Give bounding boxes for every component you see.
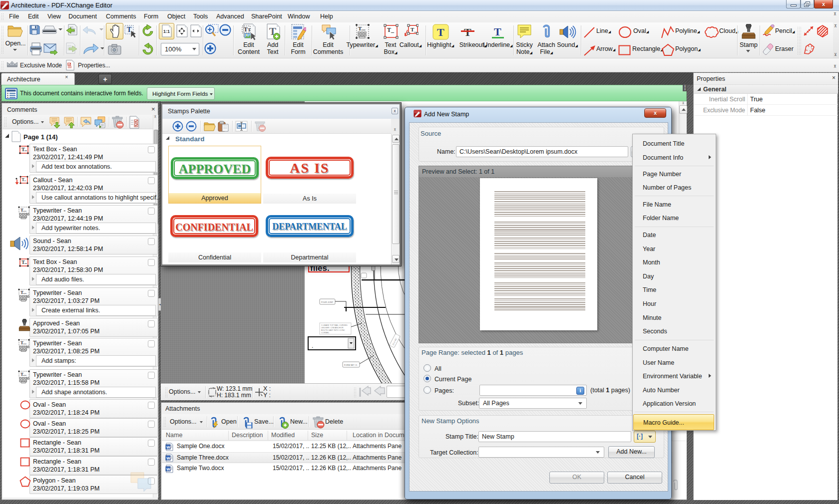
svg-text:CORBEL: CORBEL	[321, 331, 330, 334]
svg-text:TT: TT	[244, 26, 251, 33]
svg-text:POUR JOINT: POUR JOINT	[321, 301, 334, 303]
svg-text:T...: T...	[20, 208, 26, 213]
svg-text:W: W	[166, 445, 170, 450]
svg-text:T: T	[437, 26, 444, 38]
svg-text:T: T	[464, 26, 471, 38]
svg-text:T_: T_	[411, 26, 417, 32]
svg-text:T...: T...	[358, 25, 366, 31]
svg-text:1:1: 1:1	[163, 29, 170, 34]
svg-text:W: W	[166, 456, 170, 461]
svg-text:FORM SET #1: FORM SET #1	[344, 364, 358, 366]
svg-text:.: .	[312, 342, 313, 349]
svg-text:T...: T...	[20, 290, 26, 295]
svg-text:T...: T...	[20, 372, 26, 377]
svg-text:T...: T...	[20, 340, 26, 345]
svg-text:T..: T..	[21, 147, 27, 152]
svg-text:W: W	[166, 467, 170, 472]
svg-text:T..: T..	[21, 259, 27, 265]
svg-text:T: T	[494, 25, 501, 38]
svg-text:T_: T_	[387, 26, 395, 33]
svg-text:T..: T..	[22, 178, 26, 182]
